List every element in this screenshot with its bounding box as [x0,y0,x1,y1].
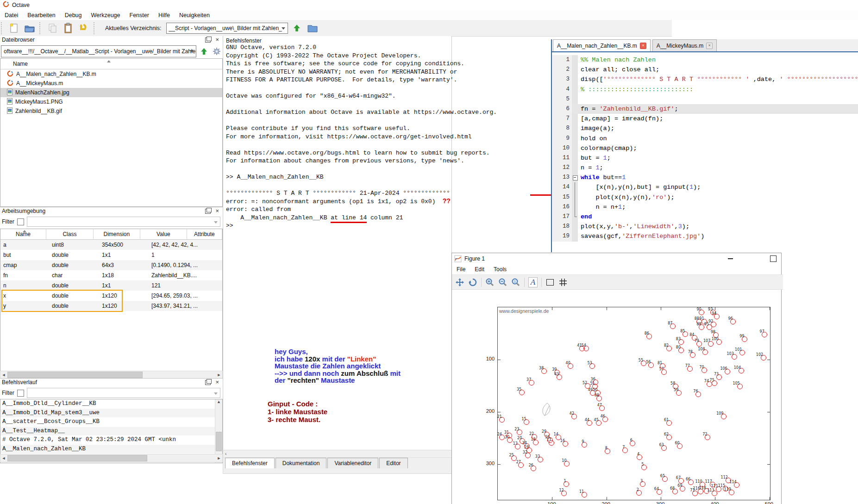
workspace-filter-combobox[interactable] [27,217,220,227]
menu-item-hilfe[interactable]: Hilfe [154,11,175,19]
undock-icon[interactable] [205,209,211,214]
browse-folder-button[interactable] [306,22,319,35]
workspace-row[interactable]: ydouble1x120[343.97, 341.21, ... [0,301,222,311]
figure-menu-file[interactable]: File [452,265,470,274]
code-line[interactable]: 7[a,cmap] = imread(fn); [552,114,858,124]
insert-text-icon[interactable]: A [527,276,539,288]
history-hscrollbar[interactable]: ◄ ► [0,454,223,462]
history-filter-checkbox[interactable] [17,390,24,397]
command-output[interactable]: GNU Octave, version 7.2.0 Copyright (C) … [226,44,497,230]
dock-tab-variableneditor[interactable]: Variableneditor [327,458,378,468]
code-line[interactable]: 2clear all; close all; [552,65,858,75]
close-icon[interactable]: × [215,209,219,213]
copy-button[interactable] [45,22,59,35]
workspace-row[interactable]: auint8354x500[42, 42, 42, 42, 4... [0,240,222,250]
code-line[interactable]: 8image(a); [552,124,858,133]
code-line[interactable]: 18plot(x,y,'b-','Linewidth',3); [552,222,858,231]
dock-tab-editor[interactable]: Editor [379,458,407,468]
zoom-out-icon[interactable] [497,276,509,288]
code-line[interactable]: 9hold on [552,134,858,143]
workspace-row[interactable]: ndouble1x1121 [0,280,222,291]
code-line[interactable]: 16 n = n+1; [552,202,858,212]
code-line[interactable]: 12n = 1; [552,163,858,173]
file-row[interactable]: MickeyMaus1.PNG [0,97,222,106]
history-item[interactable]: A__Test__Heatmap__ [0,427,215,436]
command-window-hscrollbar[interactable]: ‹ [223,450,453,458]
workspace-column-dimension[interactable]: Dimension [94,229,140,239]
file-row[interactable]: A__MickeyMaus.m [0,79,222,88]
workspace-row[interactable]: fnchar1x18Zahlenbild__KB.... [0,270,222,280]
code-line[interactable]: 19saveas(gcf,'ZiffernElephant.jpg') [552,231,858,241]
pan-icon[interactable] [454,276,466,288]
code-line[interactable]: 5 [552,94,858,104]
workspace-column-attribute[interactable]: Attribute [187,229,222,239]
workspace-row[interactable]: xdouble1x120[294.65, 259.03, ... [0,291,222,301]
code-line[interactable]: 1%% Malen nach Zahlen [552,55,858,65]
history-item[interactable]: A__Immob_Dtld_Map_stem3__uwe [0,409,215,418]
figure-titlebar[interactable]: Figure 1 [452,253,781,264]
editor-code-area[interactable]: 1%% Malen nach Zahlen2clear all; close a… [552,52,858,252]
current-dir-combobox[interactable]: __Script - Vorlagen__uwe\_Bilder mit Zah… [166,23,288,34]
code-line[interactable]: 6fn = 'Zahlenbild__KB.gif'; [552,104,858,114]
paste-button[interactable] [61,22,75,35]
menu-item-neuigkeiten[interactable]: Neuigkeiten [175,11,214,19]
code-line[interactable]: 17end [552,212,858,222]
axes-icon[interactable] [544,276,556,288]
figure-menu-tools[interactable]: Tools [489,265,511,274]
workspace-column-value[interactable]: Value [140,229,187,239]
history-filter-combobox[interactable] [27,388,220,398]
menu-item-datei[interactable]: Datei [0,11,23,19]
undo-button[interactable] [77,22,91,35]
browser-actions-button[interactable] [211,46,222,57]
file-row[interactable]: MalenNachZahlen.jpg [0,88,222,97]
editor-tab[interactable]: A__Malen_nach_Zahlen__KB.m× [553,39,651,51]
path-up-button[interactable] [198,46,209,57]
zoom-in-icon[interactable] [484,276,496,288]
maximize-icon[interactable] [770,255,777,262]
code-line[interactable]: 14 [x(n),y(n),but] = ginput(1); [552,182,858,192]
close-tab-icon[interactable]: × [640,43,646,49]
file-list-name-header[interactable]: Name [0,59,222,69]
close-icon[interactable]: × [215,380,219,385]
editor-tab[interactable]: A__MickeyMaus.m× [652,39,717,51]
file-row[interactable]: A__Malen_nach_Zahlen__KB.m [0,69,222,79]
minimize-icon[interactable] [728,258,733,259]
undock-icon[interactable] [205,37,211,43]
code-line[interactable]: 3disp(['°°°°°°°°°°°°° S T A R T °°°°°°°°… [552,75,858,84]
close-icon[interactable]: × [215,37,219,42]
figure-menu-edit[interactable]: Edit [470,265,489,274]
code-line[interactable]: 4% :::::::::::::::::::::::::::: [552,85,858,94]
close-tab-icon[interactable]: × [706,43,713,49]
new-file-button[interactable] [7,22,21,35]
menu-item-bearbeiten[interactable]: Bearbeiten [23,11,60,19]
dock-tab-dokumentation[interactable]: Dokumentation [276,458,327,468]
zoom-original-icon[interactable]: 1 [510,276,522,288]
code-line[interactable]: 13while but==1 [552,173,858,182]
history-item[interactable]: A__Malen_nach_Zahlen__KB [0,445,215,454]
code-line[interactable]: 15 plot(x(n),y(n),'ro'); [552,193,858,202]
fold-collapse-icon[interactable] [573,175,578,180]
open-file-button[interactable] [23,22,37,35]
file-browser-path-combobox[interactable]: oftware__!!!/__Octave__/__Matlab__Script… [1,45,196,57]
workspace-column-class[interactable]: Class [46,229,94,239]
rotate-icon[interactable] [467,276,479,288]
file-row[interactable]: Zahlenbild__KB.gif [0,106,222,116]
undock-icon[interactable] [205,380,211,385]
workspace-row[interactable]: butdouble1x11 [0,250,222,260]
code-line[interactable]: 10colormap(cmap); [552,143,858,153]
grid-icon[interactable] [557,276,569,288]
dir-up-button[interactable] [290,22,304,35]
menu-item-fenster[interactable]: Fenster [125,11,154,19]
workspace-filter-checkbox[interactable] [17,218,24,225]
menu-item-debug[interactable]: Debug [60,11,87,19]
history-vscrollbar[interactable]: ▲ ▼ [215,399,222,463]
workspace-row[interactable]: cmapdouble64x3[0.1490, 0.1294, ... [0,260,222,270]
history-item[interactable]: A__scatter__Bcost_Groups__KB [0,417,215,427]
history-item[interactable]: A__Immob_Dtld__Cylinder__KB [0,399,215,409]
menu-item-werkzeuge[interactable]: Werkzeuge [87,11,125,19]
history-item[interactable]: # Octave 7.2.0, Sat Mar 02 23:25:29 2024… [0,436,215,445]
plot-axes[interactable]: www.designerspiele.de 123456789101112131… [497,307,770,500]
code-line[interactable]: 11but = 1; [552,153,858,163]
toolbar-grip[interactable] [1,22,4,34]
dock-tab-befehlsfenster[interactable]: Befehlsfenster [225,458,275,468]
